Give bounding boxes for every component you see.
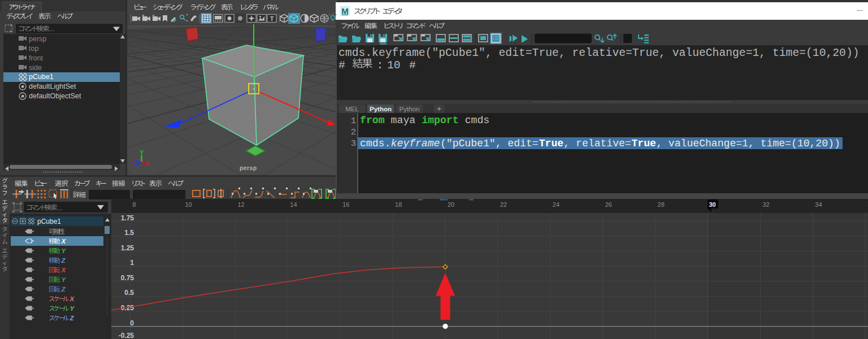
svg-text:pCube1: pCube1 (29, 73, 54, 81)
svg-text:X: X (70, 295, 75, 302)
svg-text:defaultLightSet: defaultLightSet (29, 82, 76, 90)
svg-text:Z: Z (61, 286, 66, 293)
svg-text:Z: Z (61, 257, 66, 264)
svg-text:X: X (61, 238, 67, 245)
svg-text:Y: Y (70, 305, 75, 312)
svg-text:X: X (61, 267, 67, 273)
svg-text:Z: Z (70, 315, 75, 321)
svg-text:T: T (270, 15, 274, 22)
svg-text:pCube1: pCube1 (37, 218, 61, 225)
svg-text:Y: Y (62, 276, 67, 283)
svg-text:defaultObjectSet: defaultObjectSet (29, 92, 81, 100)
svg-text:...: ... (49, 25, 54, 33)
svg-text:front: front (29, 54, 44, 62)
svg-text:Y: Y (62, 247, 67, 254)
svg-text:top: top (29, 45, 38, 53)
svg-text:persp: persp (29, 35, 46, 43)
svg-text:side: side (29, 64, 42, 72)
svg-text:...: ... (57, 204, 62, 212)
